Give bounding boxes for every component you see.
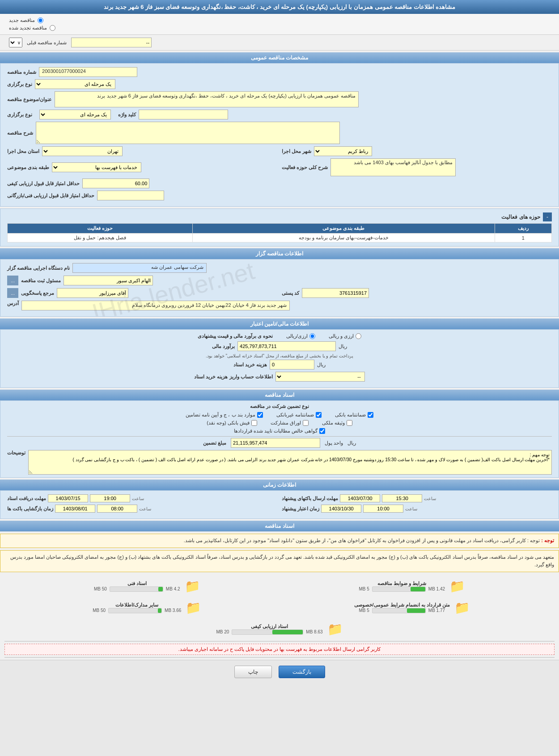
- keyword-label: کلید واژه: [118, 112, 136, 118]
- amount-label: مبلغ تضمین: [203, 440, 226, 446]
- file5-current: 8.63 MB: [306, 629, 322, 634]
- cb-check[interactable]: [251, 420, 257, 426]
- radio-rial-label: ارزی/ریالی: [286, 333, 308, 339]
- file1-label: شرایط و ضوابط مناقصه: [359, 581, 445, 586]
- doc-deadline-label: مهلت دریافت اسناد: [7, 496, 46, 501]
- file4-label: سایر مدارک/اطلاعات: [93, 602, 181, 608]
- cb-letter[interactable]: [368, 412, 373, 418]
- min-quality-label: حداقل امتیاز قابل قبول ارزیابی کیفی: [7, 181, 80, 187]
- type-label: نوع برگزاری: [7, 81, 32, 87]
- file4-max: 50 MB: [93, 608, 106, 613]
- cb-insurance[interactable]: [316, 412, 322, 418]
- guarantee-amount-input[interactable]: [231, 438, 320, 448]
- file1-current: 1.42 MB: [428, 586, 445, 591]
- page-title: مشاهده اطلاعات مناقصه عمومی همزمان با ار…: [0, 0, 559, 14]
- prev-tender-input[interactable]: [71, 38, 152, 47]
- bond-fee-label: هزینه خرید اسناد: [233, 362, 267, 368]
- print-button[interactable]: چاپ: [234, 666, 272, 678]
- responsible-input[interactable]: [64, 276, 153, 285]
- validity-date-input[interactable]: [321, 505, 361, 513]
- radio-currency-rial[interactable]: [356, 333, 361, 339]
- province-label: استان محل اجرا: [7, 149, 39, 154]
- file2-max: 50 MB: [94, 586, 107, 591]
- estimate-currency: ریال: [339, 344, 347, 349]
- cb-insurance-label: ضمانتنامه غیربانکی: [276, 412, 314, 418]
- file-icon-5: 📁: [327, 622, 343, 637]
- ref-input[interactable]: [57, 288, 128, 298]
- tender-number-value: 2003001077000024: [39, 67, 137, 77]
- file-item-5: 📁 اسناد ارزیابی کیفی 8.63 MB 20 MB: [216, 622, 343, 637]
- file-icon-1: 📁: [449, 579, 465, 594]
- row-num: 1: [495, 234, 551, 242]
- file3-current: 1.77 MB: [428, 608, 445, 613]
- cb-tax[interactable]: [319, 428, 325, 434]
- min-financial-input[interactable]: [97, 191, 164, 200]
- guarantee-type-label: نوع تضمین شرکت در مناقصه: [7, 403, 552, 409]
- col-category: طبقه بندی موضوعی: [192, 224, 495, 234]
- province-select[interactable]: تهران: [42, 146, 123, 156]
- estimate-label: برآورد مالی: [212, 344, 235, 349]
- contractor-info-header: اطلاعات مناقصه گزار: [0, 248, 559, 259]
- cb-check-label: فیش بانکی (وجه نقد): [207, 420, 250, 426]
- unit-value: ریال: [347, 440, 356, 446]
- activity-desc-label: شرح کلی حوزه فعالیت: [282, 165, 328, 170]
- file-item-1: 📁 شرایط و ضوابط مناقصه 1.42 MB 5 MB: [283, 579, 542, 594]
- opening-date-input[interactable]: [55, 505, 95, 513]
- postal-input[interactable]: [302, 288, 369, 298]
- category-label: طبقه بندی موضوعی: [7, 165, 49, 170]
- ref-dots-button[interactable]: ...: [7, 288, 18, 298]
- file-icon-4: 📁: [186, 600, 201, 615]
- min-quality-input[interactable]: [82, 178, 149, 188]
- estimate-input[interactable]: [237, 341, 336, 351]
- submit-date-input[interactable]: [340, 494, 380, 502]
- finance-header: اطلاعات مالی/تامین اعتبار: [0, 319, 559, 329]
- type-select2[interactable]: یک مرحله ای: [39, 110, 111, 119]
- radio-new-tender-label: مناقصه جدید: [9, 17, 35, 23]
- cb-cash[interactable]: [257, 412, 263, 418]
- activity-desc-value: مطابق با جدول آنالیز فهاسب بهای 1403 می …: [330, 158, 456, 176]
- dots-button[interactable]: ...: [7, 276, 18, 285]
- agency-value: شرکت سهامی عمران شه: [72, 263, 207, 273]
- expand-button[interactable]: -: [543, 212, 552, 221]
- notes-label: توضیحات: [7, 450, 25, 456]
- min-financial-label: حداقل امتیاز قابل قبول ارزیابی فنی/بازرگ…: [7, 193, 94, 199]
- category-select[interactable]: خدمات با فهرست بها: [52, 162, 141, 172]
- radio-new-tender[interactable]: [38, 17, 43, 23]
- cb-partnership[interactable]: [303, 420, 309, 426]
- file4-bar: [158, 608, 161, 613]
- radio-rial[interactable]: [309, 333, 315, 339]
- cb-cash-label: موارد بند ب ، ج و آیین نامه تضامین: [186, 412, 255, 418]
- city-select[interactable]: رباط کریم: [314, 146, 372, 156]
- cb-tax-label: گواهی خالص مطالبات تایید شده قراردادها: [234, 428, 318, 434]
- submit-time-input[interactable]: [382, 494, 422, 502]
- opening-label: زمان بازگشایی باکت ها: [7, 506, 53, 512]
- keyword-input[interactable]: [139, 110, 228, 119]
- address-value: شهر جدید برند فاز 4 خیابان 22بهمن خیابان…: [21, 301, 290, 310]
- doc-time-input[interactable]: [90, 494, 130, 502]
- account-select[interactable]: --: [275, 372, 365, 382]
- bond-fee-input[interactable]: [270, 360, 314, 370]
- description-label: شرح مناقصه: [7, 130, 33, 136]
- file2-current: 4.2 MB: [166, 586, 180, 591]
- file-item-4: 📁 سایر مدارک/اطلاعات 3.66 MB 50 MB: [18, 600, 276, 615]
- file5-max: 20 MB: [216, 629, 229, 634]
- opening-time-input[interactable]: [97, 505, 137, 513]
- radio-renewed-tender-label: مناقصه تجدید شده: [9, 25, 47, 31]
- bottom-notice: کاربر گرامی ارسال اطلاعات مربوط به فهرست…: [4, 644, 555, 655]
- file-icon-3: 📁: [454, 600, 470, 615]
- description-textarea[interactable]: [36, 122, 340, 144]
- file1-max: 5 MB: [359, 586, 369, 591]
- cb-partnership-label: اوراق مشارکت: [271, 420, 301, 426]
- type-select[interactable]: یک مرحله ای: [35, 79, 115, 89]
- notice1: توجه : توجه : کاربر گرامی، دریافت اسناد …: [0, 534, 559, 548]
- row-activity: فصل هیجدهم: حمل و نقل: [8, 234, 193, 242]
- doc-date-input[interactable]: [48, 494, 88, 502]
- postal-label: کد پستی: [282, 290, 299, 296]
- cb-property[interactable]: [347, 420, 352, 426]
- back-button[interactable]: بازگشت: [279, 666, 325, 678]
- prev-tender-select[interactable]: v: [9, 38, 22, 47]
- notes-textarea[interactable]: توجه مهم : *آخرین مهلت ارسال اصل باکت ال…: [28, 450, 552, 475]
- radio-renewed-tender[interactable]: [50, 25, 55, 31]
- validity-time-input[interactable]: [363, 505, 403, 513]
- guarantee-header: اسناد مناقصه: [0, 390, 559, 400]
